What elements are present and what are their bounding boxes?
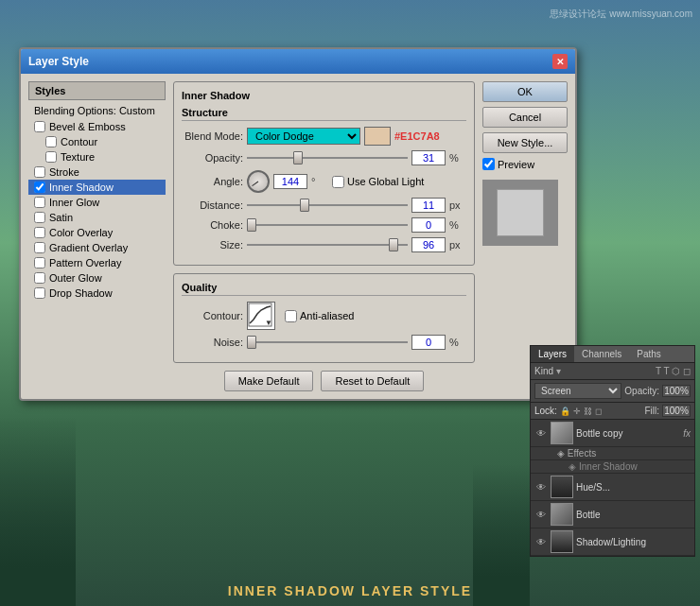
opacity-value[interactable] xyxy=(662,385,691,397)
dialog-title: Layer Style xyxy=(28,55,89,68)
opacity-input[interactable] xyxy=(411,150,446,165)
inner-shadow-title: Inner Shadow xyxy=(182,90,466,101)
checkbox-stroke[interactable] xyxy=(34,166,45,178)
checkbox-gradient-overlay[interactable] xyxy=(34,242,45,253)
noise-unit: % xyxy=(449,337,466,348)
style-item-drop-shadow[interactable]: Drop Shadow xyxy=(28,286,166,301)
global-light-text: Use Global Light xyxy=(347,176,424,187)
fx-bottle-copy: fx xyxy=(683,428,691,439)
style-item-inner-glow[interactable]: Inner Glow xyxy=(28,195,166,210)
style-item-pattern-overlay[interactable]: Pattern Overlay xyxy=(28,255,166,270)
preview-shape xyxy=(497,189,544,236)
thumb-hue xyxy=(551,476,573,498)
distance-thumb[interactable] xyxy=(300,199,309,212)
layer-row-bottle[interactable]: 👁 Bottle xyxy=(531,501,694,528)
layer-style-dialog: Layer Style ✕ Styles Blending Options: C… xyxy=(19,47,577,401)
preview-checkbox[interactable] xyxy=(482,158,495,170)
opacity-label: Opacity: xyxy=(624,386,659,396)
noise-thumb[interactable] xyxy=(247,336,256,349)
angle-label: Angle: xyxy=(182,176,243,187)
ok-button[interactable]: OK xyxy=(482,81,568,102)
checkbox-texture[interactable] xyxy=(45,151,57,163)
fill-value[interactable] xyxy=(662,405,691,417)
style-item-bevel[interactable]: Bevel & Emboss xyxy=(28,119,166,134)
tab-paths[interactable]: Paths xyxy=(629,346,669,362)
checkbox-contour[interactable] xyxy=(45,136,57,147)
checkbox-inner-glow[interactable] xyxy=(34,197,45,208)
eye-hue[interactable]: 👁 xyxy=(534,480,548,493)
bottom-text: INNER SHADOW LAYER STYLE xyxy=(0,583,700,598)
shield-icon: ◻ xyxy=(595,407,602,416)
distance-unit: px xyxy=(449,199,466,211)
inner-shadow-icon: ◈ xyxy=(569,461,576,472)
inner-shadow-label: Inner Shadow xyxy=(579,461,638,472)
blending-options[interactable]: Blending Options: Custom xyxy=(28,102,166,119)
distance-label: Distance: xyxy=(182,199,243,211)
opacity-slider[interactable] xyxy=(247,151,408,164)
checkbox-pattern-overlay[interactable] xyxy=(34,257,45,268)
distance-track xyxy=(247,204,408,206)
distance-slider[interactable] xyxy=(247,199,408,212)
new-style-button[interactable]: New Style... xyxy=(482,132,568,153)
checkbox-bevel[interactable] xyxy=(34,121,45,132)
contour-box[interactable]: ▼ xyxy=(247,302,275,330)
checkbox-drop-shadow[interactable] xyxy=(34,287,45,299)
checkbox-color-overlay[interactable] xyxy=(34,227,45,238)
contour-row: Contour: ▼ Anti-aliased xyxy=(182,302,466,330)
eye-shadow[interactable]: 👁 xyxy=(534,535,548,548)
eye-bottle[interactable]: 👁 xyxy=(534,508,548,521)
anti-aliased-checkbox[interactable] xyxy=(285,310,297,322)
noise-slider[interactable] xyxy=(247,336,408,349)
layer-row-hue[interactable]: 👁 Hue/S... xyxy=(531,474,694,501)
angle-dial[interactable] xyxy=(247,170,270,193)
style-item-contour[interactable]: Contour xyxy=(28,134,166,149)
style-item-texture[interactable]: Texture xyxy=(28,149,166,164)
style-item-satin[interactable]: Satin xyxy=(28,210,166,225)
tab-layers[interactable]: Layers xyxy=(531,346,574,362)
layer-row-shadow[interactable]: 👁 Shadow/Lighting xyxy=(531,528,694,556)
choke-thumb[interactable] xyxy=(247,218,256,232)
anti-aliased-text: Anti-aliased xyxy=(300,310,354,321)
distance-input[interactable] xyxy=(411,198,446,213)
size-unit: px xyxy=(449,239,466,251)
thumb-shadow xyxy=(551,530,573,553)
reset-default-button[interactable]: Reset to Default xyxy=(321,371,424,391)
layer-mode-select[interactable]: Screen xyxy=(534,383,621,399)
choke-slider[interactable] xyxy=(247,218,408,232)
size-thumb[interactable] xyxy=(389,238,398,251)
layer-row-bottle-copy[interactable]: 👁 Bottle copy fx xyxy=(531,420,694,447)
global-light-checkbox[interactable] xyxy=(332,176,344,188)
cancel-button[interactable]: Cancel xyxy=(482,107,568,128)
opacity-row: Opacity: % xyxy=(182,150,466,165)
noise-label: Noise: xyxy=(182,337,243,348)
label-drop-shadow: Drop Shadow xyxy=(49,287,113,299)
opacity-thumb[interactable] xyxy=(293,151,303,164)
color-swatch[interactable] xyxy=(364,127,391,146)
label-bevel: Bevel & Emboss xyxy=(49,121,126,132)
tab-channels[interactable]: Channels xyxy=(574,346,629,362)
make-default-button[interactable]: Make Default xyxy=(224,371,314,391)
anti-aliased-label[interactable]: Anti-aliased xyxy=(285,310,354,322)
size-slider[interactable] xyxy=(247,238,408,251)
style-item-inner-shadow[interactable]: Inner Shadow xyxy=(28,180,166,195)
choke-input[interactable] xyxy=(411,217,446,233)
blend-mode-select[interactable]: Color Dodge xyxy=(247,128,360,145)
blend-mode-label: Blend Mode: xyxy=(182,130,243,142)
style-item-color-overlay[interactable]: Color Overlay xyxy=(28,225,166,240)
close-button[interactable]: ✕ xyxy=(552,54,568,69)
checkbox-satin[interactable] xyxy=(34,212,45,223)
checkbox-outer-glow[interactable] xyxy=(34,272,45,284)
toolbar-icons: T T ⬡ ◻ xyxy=(656,366,691,376)
angle-input[interactable] xyxy=(273,174,307,189)
noise-input[interactable] xyxy=(411,335,446,350)
effects-icon: ◈ xyxy=(557,448,565,459)
style-item-outer-glow[interactable]: Outer Glow xyxy=(28,270,166,286)
preview-checkbox-row[interactable]: Preview xyxy=(482,158,568,170)
global-light-label[interactable]: Use Global Light xyxy=(332,176,424,188)
style-item-gradient-overlay[interactable]: Gradient Overlay xyxy=(28,240,166,255)
size-input[interactable] xyxy=(411,237,446,252)
checkbox-inner-shadow[interactable] xyxy=(34,182,45,193)
eye-bottle-copy[interactable]: 👁 xyxy=(534,426,548,440)
style-item-stroke[interactable]: Stroke xyxy=(28,164,166,180)
size-track xyxy=(247,244,408,246)
